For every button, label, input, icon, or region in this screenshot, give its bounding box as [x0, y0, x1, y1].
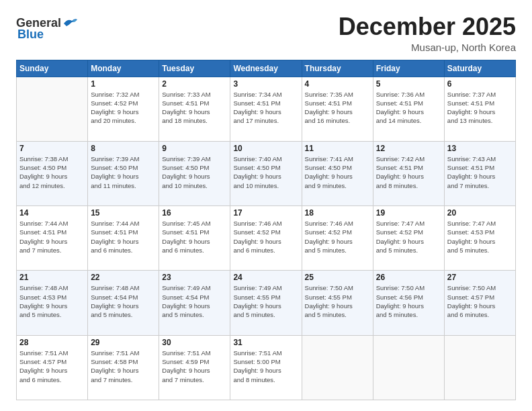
day-number: 2: [162, 79, 227, 89]
day-number: 19: [376, 208, 441, 218]
calendar-cell: 10Sunrise: 7:40 AM Sunset: 4:50 PM Dayli…: [230, 141, 302, 205]
day-number: 12: [376, 144, 441, 153]
calendar-cell: 27Sunrise: 7:50 AM Sunset: 4:57 PM Dayli…: [444, 271, 515, 335]
day-info: Sunrise: 7:51 AM Sunset: 4:59 PM Dayligh…: [162, 349, 227, 384]
month-title: December 2025: [339, 13, 516, 40]
calendar-table: SundayMondayTuesdayWednesdayThursdayFrid…: [16, 60, 516, 400]
subtitle: Musan-up, North Korea: [339, 42, 516, 53]
day-number: 5: [376, 79, 441, 89]
day-info: Sunrise: 7:47 AM Sunset: 4:53 PM Dayligh…: [447, 219, 513, 255]
day-info: Sunrise: 7:34 AM Sunset: 4:51 PM Dayligh…: [233, 90, 298, 126]
header: General Blue December 2025 Musan-up, Nor…: [16, 13, 516, 53]
calendar-cell: 31Sunrise: 7:51 AM Sunset: 5:00 PM Dayli…: [230, 335, 302, 400]
day-number: 28: [19, 338, 85, 347]
calendar-header-monday: Monday: [88, 60, 159, 77]
day-number: 29: [91, 338, 156, 347]
calendar-cell: [444, 335, 515, 400]
day-number: 15: [91, 208, 156, 218]
day-number: 30: [162, 338, 227, 347]
calendar-header-saturday: Saturday: [444, 60, 515, 77]
day-number: 20: [447, 208, 513, 218]
day-number: 10: [233, 144, 298, 153]
calendar-week-row: 28Sunrise: 7:51 AM Sunset: 4:57 PM Dayli…: [17, 335, 516, 400]
day-info: Sunrise: 7:51 AM Sunset: 5:00 PM Dayligh…: [233, 349, 298, 384]
day-info: Sunrise: 7:42 AM Sunset: 4:51 PM Dayligh…: [376, 154, 441, 190]
day-number: 1: [91, 79, 156, 89]
day-number: 31: [233, 338, 298, 347]
calendar-cell: 26Sunrise: 7:50 AM Sunset: 4:56 PM Dayli…: [373, 271, 444, 335]
day-info: Sunrise: 7:41 AM Sunset: 4:50 PM Dayligh…: [305, 154, 370, 190]
logo-blue-label: Blue: [17, 28, 44, 42]
day-number: 26: [376, 273, 441, 282]
calendar-cell: [373, 335, 444, 400]
day-number: 21: [19, 273, 85, 282]
day-info: Sunrise: 7:51 AM Sunset: 4:58 PM Dayligh…: [91, 349, 156, 384]
day-info: Sunrise: 7:49 AM Sunset: 4:54 PM Dayligh…: [162, 283, 227, 319]
calendar-header-sunday: Sunday: [17, 60, 88, 77]
calendar-cell: 20Sunrise: 7:47 AM Sunset: 4:53 PM Dayli…: [444, 206, 515, 271]
page: General Blue December 2025 Musan-up, Nor…: [0, 0, 532, 411]
day-number: 9: [162, 144, 227, 153]
calendar-cell: 14Sunrise: 7:44 AM Sunset: 4:51 PM Dayli…: [17, 206, 88, 271]
day-info: Sunrise: 7:38 AM Sunset: 4:50 PM Dayligh…: [19, 154, 85, 190]
calendar-cell: 17Sunrise: 7:46 AM Sunset: 4:52 PM Dayli…: [230, 206, 302, 271]
calendar-cell: 16Sunrise: 7:45 AM Sunset: 4:51 PM Dayli…: [159, 206, 230, 271]
calendar-week-row: 7Sunrise: 7:38 AM Sunset: 4:50 PM Daylig…: [17, 141, 516, 205]
day-info: Sunrise: 7:48 AM Sunset: 4:54 PM Dayligh…: [91, 283, 156, 319]
day-number: 25: [305, 273, 370, 282]
calendar-cell: 1Sunrise: 7:32 AM Sunset: 4:52 PM Daylig…: [88, 77, 159, 141]
day-info: Sunrise: 7:49 AM Sunset: 4:55 PM Dayligh…: [233, 283, 298, 319]
day-info: Sunrise: 7:47 AM Sunset: 4:52 PM Dayligh…: [376, 219, 441, 255]
calendar-cell: 9Sunrise: 7:39 AM Sunset: 4:50 PM Daylig…: [159, 141, 230, 205]
calendar-cell: 21Sunrise: 7:48 AM Sunset: 4:53 PM Dayli…: [17, 271, 88, 335]
day-number: 13: [447, 144, 513, 153]
day-info: Sunrise: 7:32 AM Sunset: 4:52 PM Dayligh…: [91, 90, 156, 126]
calendar-cell: 6Sunrise: 7:37 AM Sunset: 4:51 PM Daylig…: [444, 77, 515, 141]
day-number: 8: [91, 144, 156, 153]
day-number: 16: [162, 208, 227, 218]
logo-bird-icon: [62, 17, 79, 30]
day-info: Sunrise: 7:50 AM Sunset: 4:57 PM Dayligh…: [447, 283, 513, 319]
calendar-cell: 7Sunrise: 7:38 AM Sunset: 4:50 PM Daylig…: [17, 141, 88, 205]
calendar-cell: 29Sunrise: 7:51 AM Sunset: 4:58 PM Dayli…: [88, 335, 159, 400]
calendar-cell: 13Sunrise: 7:43 AM Sunset: 4:51 PM Dayli…: [444, 141, 515, 205]
calendar-week-row: 1Sunrise: 7:32 AM Sunset: 4:52 PM Daylig…: [17, 77, 516, 141]
day-number: 17: [233, 208, 298, 218]
day-info: Sunrise: 7:46 AM Sunset: 4:52 PM Dayligh…: [233, 219, 298, 255]
day-info: Sunrise: 7:39 AM Sunset: 4:50 PM Dayligh…: [91, 154, 156, 190]
day-info: Sunrise: 7:36 AM Sunset: 4:51 PM Dayligh…: [376, 90, 441, 126]
day-number: 11: [305, 144, 370, 153]
title-section: December 2025 Musan-up, North Korea: [339, 13, 516, 53]
day-number: 3: [233, 79, 298, 89]
day-number: 18: [305, 208, 370, 218]
day-info: Sunrise: 7:44 AM Sunset: 4:51 PM Dayligh…: [91, 219, 156, 255]
calendar-cell: [302, 335, 373, 400]
day-info: Sunrise: 7:48 AM Sunset: 4:53 PM Dayligh…: [19, 283, 85, 319]
calendar-cell: 11Sunrise: 7:41 AM Sunset: 4:50 PM Dayli…: [302, 141, 373, 205]
calendar-header-tuesday: Tuesday: [159, 60, 230, 77]
calendar-cell: 2Sunrise: 7:33 AM Sunset: 4:51 PM Daylig…: [159, 77, 230, 141]
day-info: Sunrise: 7:51 AM Sunset: 4:57 PM Dayligh…: [19, 349, 85, 384]
day-info: Sunrise: 7:33 AM Sunset: 4:51 PM Dayligh…: [162, 90, 227, 126]
day-info: Sunrise: 7:40 AM Sunset: 4:50 PM Dayligh…: [233, 154, 298, 190]
calendar-cell: 15Sunrise: 7:44 AM Sunset: 4:51 PM Dayli…: [88, 206, 159, 271]
day-number: 6: [447, 79, 513, 89]
day-number: 23: [162, 273, 227, 282]
day-info: Sunrise: 7:44 AM Sunset: 4:51 PM Dayligh…: [19, 219, 85, 255]
calendar-cell: 22Sunrise: 7:48 AM Sunset: 4:54 PM Dayli…: [88, 271, 159, 335]
calendar-cell: 12Sunrise: 7:42 AM Sunset: 4:51 PM Dayli…: [373, 141, 444, 205]
calendar-week-row: 21Sunrise: 7:48 AM Sunset: 4:53 PM Dayli…: [17, 271, 516, 335]
day-info: Sunrise: 7:46 AM Sunset: 4:52 PM Dayligh…: [305, 219, 370, 255]
day-info: Sunrise: 7:43 AM Sunset: 4:51 PM Dayligh…: [447, 154, 513, 190]
calendar-cell: 3Sunrise: 7:34 AM Sunset: 4:51 PM Daylig…: [230, 77, 302, 141]
logo: General Blue: [16, 16, 79, 42]
day-number: 14: [19, 208, 85, 218]
calendar-cell: 24Sunrise: 7:49 AM Sunset: 4:55 PM Dayli…: [230, 271, 302, 335]
calendar-cell: 23Sunrise: 7:49 AM Sunset: 4:54 PM Dayli…: [159, 271, 230, 335]
calendar-header-thursday: Thursday: [302, 60, 373, 77]
day-number: 7: [19, 144, 85, 153]
calendar-cell: 8Sunrise: 7:39 AM Sunset: 4:50 PM Daylig…: [88, 141, 159, 205]
calendar-cell: 28Sunrise: 7:51 AM Sunset: 4:57 PM Dayli…: [17, 335, 88, 400]
day-number: 4: [305, 79, 370, 89]
day-number: 24: [233, 273, 298, 282]
